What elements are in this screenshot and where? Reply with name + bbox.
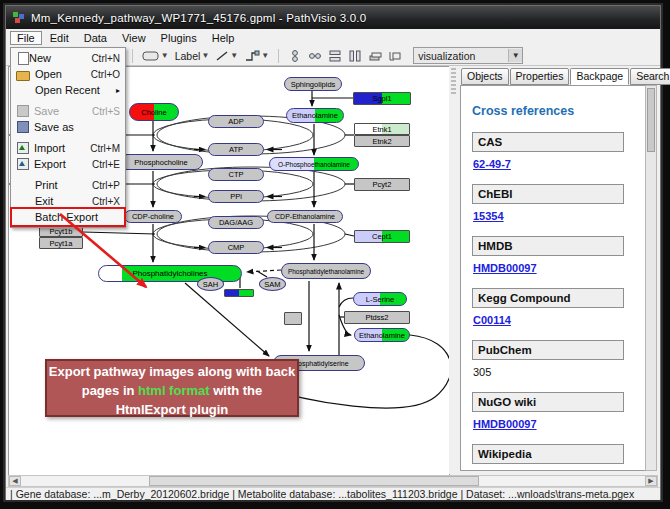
pathway-node-ptdss2[interactable]: Ptdss2 xyxy=(344,311,410,324)
menu-item-shortcut: Ctrl+N xyxy=(91,53,120,64)
pathway-node-gene-box[interactable] xyxy=(284,312,302,325)
new-document-icon xyxy=(18,52,29,65)
crossref-link-c00114[interactable]: C00114 xyxy=(473,314,511,326)
pathway-node-pcyt2[interactable]: Pcyt2 xyxy=(354,178,410,191)
pathway-node-cdp-choline[interactable]: CDP-choline xyxy=(124,210,182,223)
submenu-arrow-icon: ▸ xyxy=(116,86,120,95)
file-menu-item-batch-export[interactable]: Batch Export xyxy=(12,209,124,225)
distribute-vertical-icon xyxy=(328,49,342,63)
menu-item-label: Print xyxy=(35,179,86,191)
status-bar: | Gene database: ...m_Derby_20120602.bri… xyxy=(6,487,660,500)
pathway-node-sah[interactable]: SAH xyxy=(197,277,224,291)
menu-edit[interactable]: Edit xyxy=(43,31,76,45)
menu-item-shortcut: Ctrl+O xyxy=(91,69,120,80)
crossref-link-15354[interactable]: 15354 xyxy=(473,210,504,222)
file-menu-item-new[interactable]: NewCtrl+N xyxy=(12,50,124,66)
new-line-button[interactable]: ▼ xyxy=(213,48,240,64)
new-datanode-button[interactable]: ▼ xyxy=(140,48,171,64)
panel-splitter[interactable] xyxy=(449,66,458,474)
file-menu-item-save-as[interactable]: Save as xyxy=(12,119,124,135)
sidebar-scrollbar-thumb[interactable] xyxy=(647,88,655,152)
pathway-node-sam[interactable]: SAM xyxy=(259,277,286,291)
file-menu-item-exit[interactable]: ExitCtrl+X xyxy=(12,193,124,209)
chevron-down-icon: ▼ xyxy=(230,51,238,60)
sidebar-scrollbar[interactable] xyxy=(645,85,657,471)
crossref-link-62-49-7[interactable]: 62-49-7 xyxy=(473,158,511,170)
pathway-node-etnk2[interactable]: Etnk2 xyxy=(354,135,410,147)
align-middle-button[interactable] xyxy=(306,48,324,64)
chevron-down-icon: ▼ xyxy=(261,51,269,60)
pathway-node-sgpl1[interactable]: Sgpl1 xyxy=(353,92,411,105)
blank-icon xyxy=(16,211,30,224)
crossref-header-cas: CAS xyxy=(472,132,624,152)
scroll-right-icon[interactable]: ▶ xyxy=(645,476,657,486)
pathway-node-ppi[interactable]: PPi xyxy=(208,190,264,203)
pathway-node-choline[interactable]: Choline xyxy=(129,103,179,121)
menu-item-label: Save as xyxy=(34,121,114,133)
crossref-value: 15354 xyxy=(473,210,645,222)
pathway-node-ethanolamine[interactable]: Ethanolamine xyxy=(286,108,344,123)
horizontal-scrollbar[interactable]: ◀ ▶ xyxy=(8,475,658,487)
callout-line-2: pages in html format with the xyxy=(47,381,297,400)
pathway-node-cept1[interactable]: Cept1 xyxy=(354,230,410,243)
send-backward-icon xyxy=(368,50,382,62)
send-backward-button[interactable] xyxy=(366,48,384,64)
file-menu-item-open-recent[interactable]: Open Recent▸ xyxy=(12,82,124,98)
pathway-node-sphingolipids[interactable]: Sphingolipids xyxy=(284,77,342,91)
new-label-button[interactable]: Label ▼ xyxy=(173,48,212,64)
pathway-node-o-phosphoethanolamine[interactable]: O-Phosphoethanolamine xyxy=(269,157,359,171)
pathvisio-window: Mm_Kennedy_pathway_WP1771_45176.gpml - P… xyxy=(5,5,661,500)
file-menu-item-export[interactable]: ExportCtrl+E xyxy=(12,156,124,172)
crossref-link-choline[interactable]: Choline xyxy=(473,470,513,471)
menu-data[interactable]: Data xyxy=(77,31,114,45)
tab-properties[interactable]: Properties xyxy=(510,68,570,85)
chevron-down-icon: ▼ xyxy=(161,51,169,60)
pathway-node-phosphatidylethanolamine[interactable]: Phosphatidylethanolamine xyxy=(281,263,371,279)
pathway-node-phosphocholine[interactable]: Phosphocholine xyxy=(119,154,203,170)
menu-file[interactable]: File xyxy=(10,31,42,45)
pathway-node-cmp[interactable]: CMP xyxy=(208,241,264,254)
pathway-node-l-serine[interactable]: L-Serine xyxy=(353,292,407,306)
new-connector-button[interactable]: ▼ xyxy=(242,48,271,64)
callout-line-1: Export pathway images along with back xyxy=(47,362,297,381)
title-bar[interactable]: Mm_Kennedy_pathway_WP1771_45176.gpml - P… xyxy=(6,6,660,29)
menu-item-shortcut: Ctrl+M xyxy=(90,143,120,154)
distribute-horizontal-button[interactable] xyxy=(346,48,364,64)
crossref-header-hmdb: HMDB xyxy=(472,236,624,256)
tab-search[interactable]: Search xyxy=(630,68,670,85)
crossref-link-hmdb00097[interactable]: HMDB00097 xyxy=(473,262,537,274)
distribute-vertical-button[interactable] xyxy=(326,48,344,64)
blank-icon xyxy=(16,195,30,208)
align-center-button[interactable] xyxy=(286,48,304,64)
chevron-down-icon[interactable]: ▼ xyxy=(508,49,522,62)
menu-item-label: Save xyxy=(34,105,86,117)
bring-forward-button[interactable] xyxy=(386,48,404,64)
connector-icon xyxy=(244,50,260,62)
menu-plugins[interactable]: Plugins xyxy=(154,31,204,45)
pathway-node-atp[interactable]: ATP xyxy=(208,143,264,156)
pathway-node-dag-aag[interactable]: DAG/AAG xyxy=(208,216,264,229)
visualization-combobox[interactable]: visualization ▼ xyxy=(413,47,523,64)
crossref-link-hmdb00097[interactable]: HMDB00097 xyxy=(473,418,537,430)
pathway-node-gene-box[interactable] xyxy=(224,289,254,297)
horizontal-scrollbar-thumb[interactable] xyxy=(149,476,479,486)
file-menu-item-import[interactable]: ImportCtrl+M xyxy=(12,140,124,156)
file-menu-item-save[interactable]: SaveCtrl+S xyxy=(12,103,124,119)
splitter-grip-icon[interactable] xyxy=(451,68,456,94)
menu-view[interactable]: View xyxy=(115,31,153,45)
pathway-node-ctp[interactable]: CTP xyxy=(208,168,264,181)
pathway-node-cdp-ethanolamine[interactable]: CDP-Ethanolamine xyxy=(267,210,343,223)
pathway-node-pcyt1a[interactable]: Pcyt1a xyxy=(39,237,83,249)
tab-backpage[interactable]: Backpage xyxy=(570,68,629,85)
tab-objects[interactable]: Objects xyxy=(461,68,509,85)
file-menu-item-open[interactable]: OpenCtrl+O xyxy=(12,66,124,82)
pathway-node-ethanolamine[interactable]: Ethanolamine xyxy=(354,328,410,342)
menu-help[interactable]: Help xyxy=(205,31,242,45)
pathway-node-adp[interactable]: ADP xyxy=(208,115,264,128)
pathway-node-etnk1[interactable]: Etnk1 xyxy=(354,123,410,135)
scroll-left-icon[interactable]: ◀ xyxy=(9,476,21,486)
menu-item-label: Open xyxy=(35,68,85,80)
label-button-text: Label xyxy=(175,50,201,62)
file-menu-item-print[interactable]: PrintCtrl+P xyxy=(12,177,124,193)
menu-item-shortcut: Ctrl+E xyxy=(92,159,120,170)
